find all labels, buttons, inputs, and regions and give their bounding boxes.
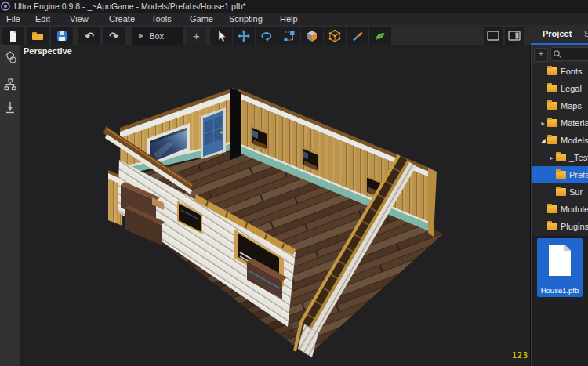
undo-button[interactable]: ↶ (78, 27, 100, 45)
paint-icon (351, 30, 364, 42)
tree-item-legal[interactable]: Legal (532, 80, 588, 97)
split-viewport-button[interactable] (505, 27, 524, 45)
paint-tool-button[interactable] (347, 27, 368, 45)
tree-item-label: _Test (569, 153, 588, 162)
undo-icon: ↶ (85, 30, 94, 42)
folder-icon (547, 102, 557, 110)
stat-counter: 123 (512, 351, 528, 360)
new-file-icon (7, 30, 20, 42)
tree-item-plugins[interactable]: Plugins (532, 218, 588, 235)
save-icon (56, 30, 68, 42)
menu-tools[interactable]: Tools (151, 13, 172, 25)
folder-icon (547, 136, 557, 144)
tree-item-test[interactable]: ▸ _Test (532, 149, 588, 166)
menu-view[interactable]: View (70, 13, 89, 25)
folder-icon (547, 119, 557, 127)
folder-icon (556, 171, 566, 179)
file-browser: House1.pfb (532, 237, 588, 366)
folder-icon (547, 223, 557, 230)
primitive-dropdown-value: Box (149, 31, 164, 41)
folder-icon (547, 67, 557, 75)
open-folder-button[interactable] (27, 27, 49, 45)
tree-item-label: Legal (561, 84, 582, 93)
move-tool-button[interactable] (233, 27, 255, 45)
solid-shading-button[interactable] (301, 27, 323, 45)
tree-item-models[interactable]: ◢ Models (532, 132, 588, 149)
new-file-button[interactable] (2, 27, 24, 45)
panel-add-button[interactable]: + (534, 48, 548, 62)
plus-icon: + (193, 29, 200, 42)
expand-arrow-icon: ▸ (547, 154, 556, 161)
tree-item-fonts[interactable]: Fonts (532, 63, 588, 80)
folder-icon (556, 188, 566, 196)
menu-scripting[interactable]: Scripting (229, 13, 263, 25)
vegetation-icon (374, 30, 387, 42)
move-icon (238, 30, 250, 42)
scale-tool-button[interactable] (278, 27, 300, 45)
scale-icon (283, 30, 296, 42)
tree-item-label: Plugins (561, 222, 588, 231)
rotate-tool-button[interactable] (256, 27, 278, 45)
folder-icon (556, 154, 566, 161)
menu-edit[interactable]: Edit (35, 13, 50, 25)
menu-help[interactable]: Help (280, 13, 298, 25)
split-viewport-icon (508, 31, 521, 41)
rotate-icon (260, 30, 273, 42)
tree-item-modules[interactable]: Modules (532, 201, 588, 218)
hierarchy-icon[interactable] (3, 78, 17, 92)
entrance-door (201, 107, 226, 159)
search-icon (553, 49, 562, 59)
redo-icon: ↷ (109, 30, 118, 42)
folder-icon (547, 205, 557, 213)
tree-item-label: Materials (561, 118, 588, 128)
tab-project[interactable]: Project (543, 29, 572, 38)
title-bar: Ultra Engine 0.9.8 - _~ApoGame - Models/… (0, 0, 588, 13)
single-viewport-icon (487, 31, 499, 41)
wall-corner-shadow (230, 88, 241, 160)
window-title: Ultra Engine 0.9.8 - _~ApoGame - Models/… (14, 0, 246, 13)
tab-scene[interactable]: Sce (584, 29, 588, 38)
save-button[interactable] (51, 27, 73, 45)
tree-item-label: Modules (561, 205, 588, 214)
search-input[interactable] (564, 48, 588, 60)
project-tree: Fonts Legal Maps ▸ Materials ◢ Models ▸ … (532, 63, 588, 235)
open-folder-icon (31, 30, 44, 42)
panel-toolbar: + (532, 45, 588, 63)
tree-item-prefabs[interactable]: Prefabs (532, 166, 588, 183)
select-tool-button[interactable] (210, 27, 232, 45)
tree-item-maps[interactable]: Maps (532, 97, 588, 114)
import-icon[interactable] (3, 100, 17, 114)
primitive-dropdown[interactable]: ▶ Box (132, 27, 183, 45)
select-pointer-icon (215, 30, 227, 42)
tree-item-materials[interactable]: ▸ Materials (532, 114, 588, 132)
wireframe-shading-button[interactable] (324, 27, 346, 45)
file-page-icon (547, 244, 572, 277)
redo-button[interactable]: ↷ (103, 27, 125, 45)
dropdown-arrow-icon: ▶ (139, 32, 143, 39)
solid-shading-icon (306, 30, 318, 42)
viewport-canvas[interactable] (20, 45, 530, 366)
left-sidebar (0, 45, 20, 366)
tree-item-label: Models (561, 136, 588, 145)
tree-item-label: Prefabs (569, 170, 588, 179)
camera-mode-label[interactable]: Perspective (24, 46, 72, 56)
folder-icon (547, 85, 557, 92)
tree-item-label: Sur (569, 187, 583, 197)
tree-item-label: Maps (561, 101, 582, 111)
menu-file[interactable]: File (6, 13, 20, 25)
menu-game[interactable]: Game (190, 13, 213, 25)
menu-bar: File Edit View Create Tools Game Scripti… (0, 13, 588, 25)
single-viewport-button[interactable] (484, 27, 503, 45)
search-box (550, 47, 588, 61)
tree-item-sur[interactable]: Sur (532, 183, 588, 201)
add-primitive-button[interactable]: + (187, 27, 206, 45)
project-panel: + Fonts Legal Maps ▸ Materials (531, 45, 588, 366)
vegetation-tool-button[interactable] (369, 27, 391, 45)
wireframe-shading-icon (328, 30, 341, 42)
menu-create[interactable]: Create (109, 13, 135, 25)
file-name-label: House1.pfb (537, 286, 583, 295)
door-knob (220, 131, 223, 133)
viewport: Perspective 123 (20, 45, 530, 366)
shapes-tool-icon[interactable] (3, 50, 17, 64)
file-tile-house1[interactable]: House1.pfb (537, 238, 583, 297)
